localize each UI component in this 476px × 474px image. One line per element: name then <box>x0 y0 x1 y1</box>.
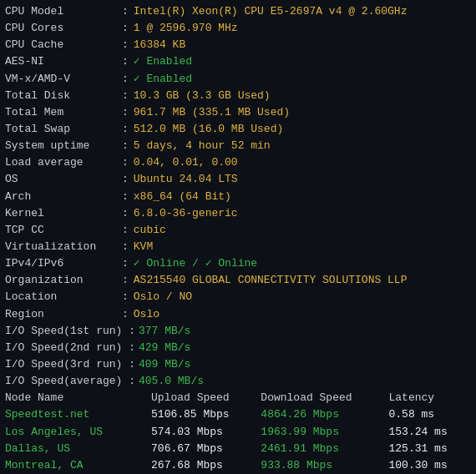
field-label: Total Mem <box>5 104 122 121</box>
latency: 125.31 ms <box>389 441 472 457</box>
field-label: Load average <box>5 154 122 171</box>
system-row: CPU Model: Intel(R) Xeon(R) CPU E5-2697A… <box>5 3 471 20</box>
io-row: I/O Speed(average) :405.0 MB/s <box>5 373 471 390</box>
io-label: I/O Speed(3rd run) : <box>5 356 139 373</box>
io-value: 405.0 MB/s <box>139 373 204 390</box>
table-row: Speedtest.net5106.85 Mbps4864.26 Mbps0.5… <box>5 406 471 423</box>
latency: 153.24 ms <box>389 424 472 441</box>
colon: : <box>122 104 129 121</box>
colon: : <box>122 306 129 323</box>
field-value: AS215540 GLOBAL CONNECTIVITY SOLUTIONS L… <box>134 272 408 289</box>
field-label: Virtualization <box>5 239 122 255</box>
field-value: cubic <box>134 222 166 239</box>
field-label: Organization <box>5 272 122 289</box>
field-value: 0.04, 0.01, 0.00 <box>134 154 238 171</box>
node-name: Speedtest.net <box>5 406 151 423</box>
field-label: Arch <box>5 189 122 205</box>
io-label: I/O Speed(1st run) : <box>5 323 139 340</box>
system-row: OS: Ubuntu 24.04 LTS <box>5 171 471 188</box>
system-row: Kernel: 6.8.0-36-generic <box>5 205 471 222</box>
system-row: Total Disk: 10.3 GB (3.3 GB Used) <box>5 88 471 104</box>
network-section: Node NameUpload SpeedDownload SpeedLaten… <box>5 390 471 474</box>
field-label: CPU Model <box>5 3 122 20</box>
latency: 100.30 ms <box>389 457 472 474</box>
colon: : <box>122 171 129 188</box>
field-value: 1 @ 2596.970 MHz <box>134 20 238 37</box>
field-label: OS <box>5 171 122 188</box>
upload-speed: 5106.85 Mbps <box>151 406 261 423</box>
system-row: Location: Oslo / NO <box>5 289 471 305</box>
download-speed: 4864.26 Mbps <box>261 406 388 423</box>
field-value: Oslo <box>134 306 160 323</box>
field-label: VM-x/AMD-V <box>5 71 122 88</box>
system-row: Total Mem: 961.7 MB (335.1 MB Used) <box>5 104 471 121</box>
upload-speed: 267.68 Mbps <box>151 457 261 474</box>
table-header-row: Node NameUpload SpeedDownload SpeedLaten… <box>5 390 471 406</box>
system-row: TCP CC: cubic <box>5 222 471 239</box>
system-row: CPU Cache: 16384 KB <box>5 37 471 53</box>
field-label: Total Disk <box>5 88 122 104</box>
column-header: Download Speed <box>261 390 388 406</box>
io-row: I/O Speed(2nd run) :429 MB/s <box>5 340 471 356</box>
field-label: CPU Cores <box>5 20 122 37</box>
io-label: I/O Speed(average) : <box>5 373 139 390</box>
download-speed: 2461.91 Mbps <box>261 441 388 457</box>
field-value: 10.3 GB (3.3 GB Used) <box>134 88 271 104</box>
field-value: 512.0 MB (16.0 MB Used) <box>134 121 283 138</box>
system-row: CPU Cores: 1 @ 2596.970 MHz <box>5 20 471 37</box>
field-value: 6.8.0-36-generic <box>134 205 238 222</box>
upload-speed: 574.03 Mbps <box>151 424 261 441</box>
field-label: TCP CC <box>5 222 122 239</box>
colon: : <box>122 53 129 70</box>
latency: 0.58 ms <box>389 406 472 423</box>
io-value: 377 MB/s <box>139 323 190 340</box>
field-value: 5 days, 4 hour 52 min <box>134 138 271 154</box>
system-row: System uptime: 5 days, 4 hour 52 min <box>5 138 471 154</box>
colon: : <box>122 88 129 104</box>
io-value: 409 MB/s <box>139 356 190 373</box>
system-row: Arch: x86_64 (64 Bit) <box>5 189 471 205</box>
system-row: Region: Oslo <box>5 306 471 323</box>
colon: : <box>122 289 129 305</box>
field-label: CPU Cache <box>5 37 122 53</box>
field-label: Location <box>5 289 122 305</box>
field-label: Kernel <box>5 205 122 222</box>
field-value: x86_64 (64 Bit) <box>134 189 231 205</box>
field-value: KVM <box>134 239 153 255</box>
field-value: Intel(R) Xeon(R) CPU E5-2697A v4 @ 2.60G… <box>134 3 408 20</box>
field-label: IPv4/IPv6 <box>5 255 122 272</box>
node-name: Montreal, CA <box>5 457 151 474</box>
upload-speed: 706.67 Mbps <box>151 441 261 457</box>
column-header: Latency <box>389 390 472 406</box>
system-row: Total Swap: 512.0 MB (16.0 MB Used) <box>5 121 471 138</box>
io-label: I/O Speed(2nd run) : <box>5 340 139 356</box>
field-value: 16384 KB <box>134 37 185 53</box>
colon: : <box>122 154 129 171</box>
io-value: 429 MB/s <box>139 340 190 356</box>
io-section: I/O Speed(1st run) :377 MB/sI/O Speed(2n… <box>5 323 471 391</box>
colon: : <box>122 20 129 37</box>
field-label: System uptime <box>5 138 122 154</box>
field-value: ✓ Online / ✓ Online <box>134 255 257 272</box>
system-row: IPv4/IPv6: ✓ Online / ✓ Online <box>5 255 471 272</box>
io-row: I/O Speed(1st run) :377 MB/s <box>5 323 471 340</box>
colon: : <box>122 3 129 20</box>
colon: : <box>122 71 129 88</box>
column-header: Node Name <box>5 390 151 406</box>
field-label: AES-NI <box>5 53 122 70</box>
colon: : <box>122 189 129 205</box>
node-name: Los Angeles, US <box>5 424 151 441</box>
table-row: Montreal, CA267.68 Mbps933.88 Mbps100.30… <box>5 457 471 474</box>
field-value: Oslo / NO <box>134 289 192 305</box>
system-info-section: CPU Model: Intel(R) Xeon(R) CPU E5-2697A… <box>5 3 471 323</box>
field-label: Total Swap <box>5 121 122 138</box>
system-row: Organization: AS215540 GLOBAL CONNECTIVI… <box>5 272 471 289</box>
field-value: ✓ Enabled <box>134 53 192 70</box>
field-label: Region <box>5 306 122 323</box>
colon: : <box>122 205 129 222</box>
colon: : <box>122 255 129 272</box>
field-value: Ubuntu 24.04 LTS <box>134 171 238 188</box>
system-row: Load average: 0.04, 0.01, 0.00 <box>5 154 471 171</box>
field-value: 961.7 MB (335.1 MB Used) <box>134 104 290 121</box>
table-row: Los Angeles, US574.03 Mbps1963.99 Mbps15… <box>5 424 471 441</box>
